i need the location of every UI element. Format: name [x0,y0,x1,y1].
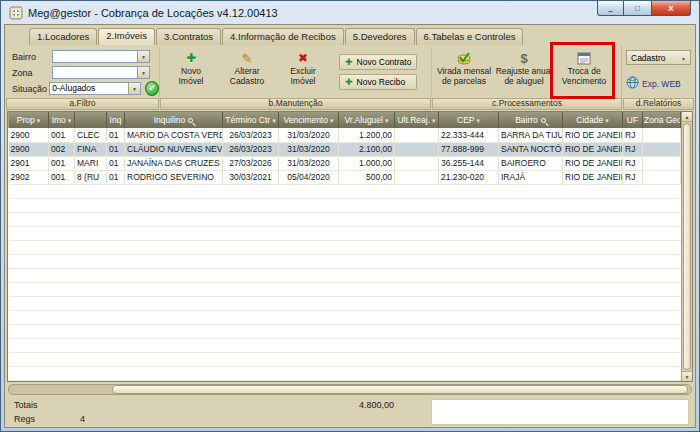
cell[interactable]: 2900 [9,142,49,156]
sort-arrow-icon[interactable] [474,115,480,125]
cell[interactable]: RIO DE JANEIRO [563,156,623,170]
chevron-down-icon[interactable] [128,83,140,94]
cell[interactable]: 001 [49,128,75,142]
tab-locadores[interactable]: 1.Locadores [29,28,97,45]
cell[interactable]: BAIROERO [499,156,563,170]
cell[interactable] [643,142,681,156]
cell[interactable] [395,128,439,142]
table-row[interactable]: 2900002FINA01CLÁUDIO NUVENS NEVES26/03/2… [9,142,681,156]
alterar-cadastro-button[interactable]: Alterar Cadastro [219,49,275,87]
cell[interactable]: JANAÍNA DAS CRUZES [125,156,223,170]
minimize-button[interactable] [597,1,624,16]
sort-arrow-icon[interactable] [603,115,609,125]
tab-devedores[interactable]: 5.Devedores [345,28,415,45]
column-header[interactable] [75,112,107,128]
apply-filter-button[interactable] [145,81,159,96]
column-header[interactable]: Ult.Reaj. [395,112,439,128]
cell[interactable]: RIO DE JANEIRO [563,142,623,156]
column-header[interactable]: Bairro [499,112,563,128]
cell[interactable]: 8 (RU [75,170,107,184]
cell[interactable]: 01 [107,142,125,156]
reajuste-anual-button[interactable]: Reajuste anual de aluguel [494,49,554,98]
cell[interactable]: RIO DE JANEIRO [563,170,623,184]
novo-imovel-button[interactable]: Novo Imóvel [163,49,219,87]
novo-recibo-button[interactable]: Novo Recibo [339,74,417,90]
cell[interactable]: 22.333-444 [439,128,499,142]
cell[interactable]: RIO DE JANEIRO [563,128,623,142]
sort-arrow-icon[interactable] [430,115,436,125]
maximize-button[interactable] [624,1,651,16]
chevron-down-icon[interactable] [137,67,149,78]
scroll-up-icon[interactable] [682,112,692,122]
column-header[interactable]: Vencimento [279,112,339,128]
situacao-select[interactable]: 0-Alugados [49,82,141,95]
cadastro-dropdown-button[interactable]: Cadastro [626,50,691,65]
search-icon[interactable] [541,118,546,123]
cell[interactable]: CLEC [75,128,107,142]
cell[interactable]: 01 [107,170,125,184]
cell[interactable]: RODRIGO SEVERINO [125,170,223,184]
cell[interactable]: RJ [623,142,643,156]
cell[interactable]: MARI [75,156,107,170]
cell[interactable]: 01 [107,156,125,170]
cell[interactable] [395,170,439,184]
column-header[interactable]: Vr.Aluguel [339,112,395,128]
sort-arrow-icon[interactable] [35,115,41,125]
tab-contratos[interactable]: 3.Contratos [156,28,221,45]
column-header[interactable]: Término Ctr [223,112,279,128]
chevron-down-icon[interactable] [137,51,149,62]
cell[interactable] [643,170,681,184]
scroll-down-icon[interactable] [682,371,692,381]
novo-contrato-button[interactable]: Novo Contrato [339,54,417,70]
cell[interactable]: 30/03/2021 [223,170,279,184]
sort-arrow-icon[interactable] [270,115,276,125]
vertical-scrollbar-thumb[interactable] [683,123,691,370]
sort-arrow-icon[interactable] [66,115,72,125]
column-header[interactable]: Cidade [563,112,623,128]
excluir-imovel-button[interactable]: Excluir Imóvel [275,49,331,87]
cell[interactable]: IRAJÁ [499,170,563,184]
tab-tabelas-controles[interactable]: 6.Tabelas e Controles [416,28,524,45]
tab-informacao-recibos[interactable]: 4.Informação de Recibos [222,28,344,45]
column-header[interactable]: Zona Geo [643,112,681,128]
sort-arrow-icon[interactable] [383,115,389,125]
cell[interactable]: BARRA DA TIJUCA [499,128,563,142]
horizontal-scrollbar[interactable] [8,383,692,396]
search-icon[interactable] [188,118,193,123]
close-button[interactable] [651,1,691,16]
tab-imoveis[interactable]: 2.Imóveis [98,28,155,45]
table-row[interactable]: 2900001CLEC01MARIO DA COSTA VERDE26/03/2… [9,128,681,142]
column-header[interactable]: Prop [9,112,49,128]
cell[interactable]: CLÁUDIO NUVENS NEVES [125,142,223,156]
cell[interactable]: 2900 [9,128,49,142]
cell[interactable] [643,156,681,170]
bairro-select[interactable] [52,50,150,63]
cell[interactable]: 31/03/2020 [279,142,339,156]
column-header[interactable]: CEP [439,112,499,128]
table-row[interactable]: 2901001MARI01JANAÍNA DAS CRUZES27/03/202… [9,156,681,170]
cell[interactable]: 2.100,00 [339,142,395,156]
sort-arrow-icon[interactable] [328,115,334,125]
cell[interactable]: 05/04/2020 [279,170,339,184]
cell[interactable] [395,156,439,170]
cell[interactable]: RJ [623,156,643,170]
cell[interactable]: 77.888-999 [439,142,499,156]
cell[interactable]: 2901 [9,156,49,170]
virada-mensal-button[interactable]: Virada mensal de parcelas [434,49,494,98]
cell[interactable]: 26/03/2023 [223,128,279,142]
exp-web-button[interactable]: Exp. WEB [626,76,681,91]
cell[interactable]: 36.255-144 [439,156,499,170]
table-row[interactable]: 29020018 (RU01RODRIGO SEVERINO30/03/2021… [9,170,681,184]
cell[interactable]: RJ [623,128,643,142]
cell[interactable]: MARIO DA COSTA VERDE [125,128,223,142]
cell[interactable]: 500,00 [339,170,395,184]
horizontal-scrollbar-thumb[interactable] [112,385,688,394]
cell[interactable]: 1.000,00 [339,156,395,170]
cell[interactable]: 27/03/2026 [223,156,279,170]
zona-select[interactable] [52,66,150,79]
cell[interactable] [643,128,681,142]
cell[interactable]: 001 [49,156,75,170]
cell[interactable]: RJ [623,170,643,184]
cell[interactable]: 002 [49,142,75,156]
column-header[interactable]: Imo [49,112,75,128]
